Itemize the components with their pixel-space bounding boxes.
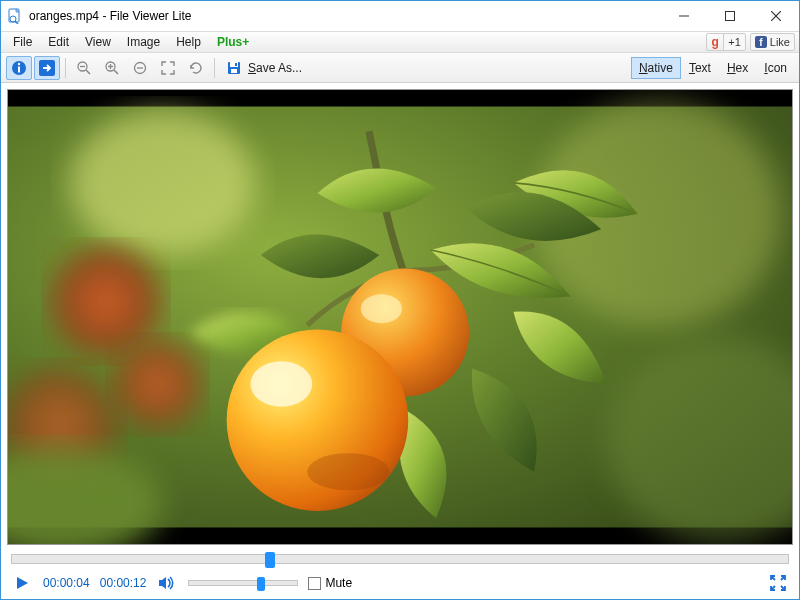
fullscreen-button[interactable] xyxy=(767,572,789,594)
maximize-button[interactable] xyxy=(707,1,753,31)
zoom-in-button[interactable] xyxy=(99,56,125,80)
close-button[interactable] xyxy=(753,1,799,31)
svg-point-37 xyxy=(250,361,312,406)
video-frame-image xyxy=(8,90,792,544)
svg-point-30 xyxy=(52,248,159,355)
svg-rect-8 xyxy=(18,66,20,72)
view-mode-tabs: Native Text Hex Icon xyxy=(631,53,795,82)
seek-bar[interactable] xyxy=(11,554,789,564)
facebook-like-button[interactable]: f Like xyxy=(750,33,795,51)
video-viewport[interactable] xyxy=(7,89,793,545)
facebook-icon: f xyxy=(755,36,767,48)
refresh-button[interactable] xyxy=(183,56,209,80)
menubar: File Edit View Image Help Plus+ g +1 f L… xyxy=(1,31,799,53)
svg-line-13 xyxy=(86,70,90,74)
mute-checkbox[interactable]: Mute xyxy=(308,576,352,590)
svg-point-35 xyxy=(361,294,402,323)
zoom-out-button[interactable] xyxy=(71,56,97,80)
player-controls: 00:00:04 00:00:12 Mute xyxy=(1,567,799,599)
volume-slider[interactable] xyxy=(188,580,298,586)
svg-rect-4 xyxy=(726,12,735,21)
titlebar: oranges.mp4 - File Viewer Lite xyxy=(1,1,799,31)
facebook-like-label: Like xyxy=(770,36,790,48)
current-time: 00:00:04 xyxy=(43,576,90,590)
svg-point-27 xyxy=(70,111,256,255)
zoom-reset-button[interactable] xyxy=(127,56,153,80)
zoom-reset-icon xyxy=(132,60,148,76)
expand-icon xyxy=(160,60,176,76)
svg-rect-23 xyxy=(235,63,237,66)
google-plus-icon: g xyxy=(707,34,723,50)
save-icon xyxy=(226,60,242,76)
info-icon xyxy=(11,60,27,76)
fullscreen-icon xyxy=(769,574,787,592)
menu-help[interactable]: Help xyxy=(168,33,209,51)
svg-point-31 xyxy=(114,341,201,428)
separator xyxy=(65,58,66,78)
volume-button[interactable] xyxy=(156,572,178,594)
svg-line-17 xyxy=(114,70,118,74)
svg-point-38 xyxy=(307,453,390,490)
arrow-right-icon xyxy=(39,60,55,76)
play-button[interactable] xyxy=(11,572,33,594)
export-button[interactable] xyxy=(34,56,60,80)
window-title: oranges.mp4 - File Viewer Lite xyxy=(29,9,192,23)
menu-view[interactable]: View xyxy=(77,33,119,51)
toolbar: SSave As...ave As... Native Text Hex Ico… xyxy=(1,53,799,83)
mute-label: Mute xyxy=(325,576,352,590)
view-tab-hex[interactable]: Hex xyxy=(719,57,756,79)
total-time: 00:00:12 xyxy=(100,576,147,590)
view-tab-text[interactable]: Text xyxy=(681,57,719,79)
save-as-button[interactable]: SSave As...ave As... xyxy=(219,56,309,80)
fit-screen-button[interactable] xyxy=(155,56,181,80)
volume-icon xyxy=(158,575,176,591)
save-as-label: SSave As...ave As... xyxy=(248,61,302,75)
zoom-out-icon xyxy=(76,60,92,76)
seek-knob[interactable] xyxy=(265,552,275,568)
view-tab-native[interactable]: Native xyxy=(631,57,681,79)
svg-point-9 xyxy=(18,62,20,64)
play-icon xyxy=(14,575,30,591)
view-tab-icon[interactable]: Icon xyxy=(756,57,795,79)
google-plus-count: +1 xyxy=(723,34,745,50)
checkbox-icon xyxy=(308,577,321,590)
menu-plus[interactable]: Plus+ xyxy=(209,33,257,51)
seek-bar-row xyxy=(1,551,799,567)
separator xyxy=(214,58,215,78)
refresh-icon xyxy=(188,60,204,76)
menu-edit[interactable]: Edit xyxy=(40,33,77,51)
menu-file[interactable]: File xyxy=(5,33,40,51)
zoom-in-icon xyxy=(104,60,120,76)
menu-image[interactable]: Image xyxy=(119,33,168,51)
minimize-button[interactable] xyxy=(661,1,707,31)
volume-knob[interactable] xyxy=(257,577,265,591)
info-button[interactable] xyxy=(6,56,32,80)
google-plus-button[interactable]: g +1 xyxy=(706,33,746,51)
app-icon xyxy=(7,8,23,24)
svg-rect-22 xyxy=(231,69,237,73)
